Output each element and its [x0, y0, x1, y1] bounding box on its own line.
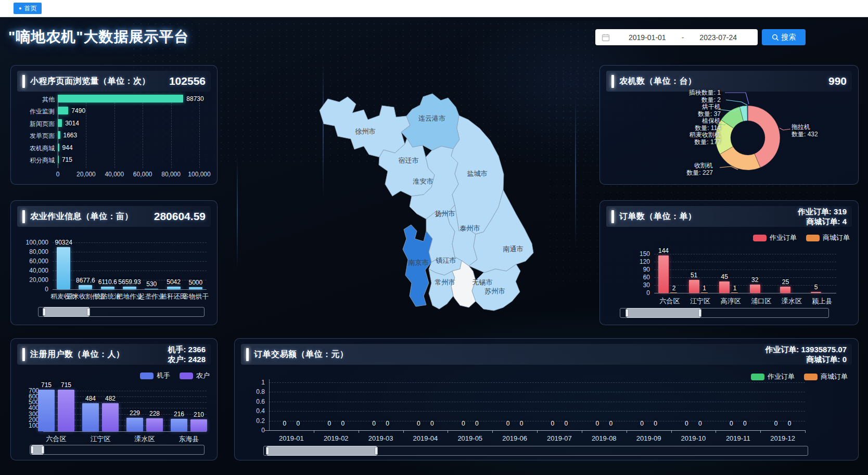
- value-label: 0: [475, 420, 479, 427]
- value-label: 944: [62, 144, 73, 151]
- bar[interactable]: [167, 287, 181, 289]
- datazoom-selection[interactable]: [627, 308, 700, 318]
- bar[interactable]: [190, 419, 207, 431]
- axis-tick-mark: [448, 430, 448, 433]
- machines-donut-chart[interactable]: 插秧数量: 1数量: 2烘干机数量: 37植保机数量: 114稻麦收割机数量: …: [600, 66, 847, 174]
- bar[interactable]: [102, 403, 119, 431]
- bar[interactable]: [58, 107, 68, 114]
- bar[interactable]: [101, 287, 114, 289]
- bar[interactable]: [689, 280, 699, 293]
- axis-tick-mark: [805, 430, 806, 433]
- bar[interactable]: [57, 247, 70, 289]
- value-label: 0: [774, 420, 778, 427]
- header-accent-bar: [22, 75, 25, 88]
- panel-trade-amount: 订单交易额（单位：元） 作业订单: 13935875.07 商城订单: 0 作业…: [234, 338, 859, 460]
- date-end-input[interactable]: 2023-07-24: [685, 33, 751, 42]
- donut-label-line: 数量: 114: [631, 125, 721, 132]
- users-bar-chart[interactable]: 100200300400500600700715715六合区484482江宁区2…: [15, 379, 212, 442]
- axis-tick-label: 40,000: [105, 171, 124, 178]
- datazoom-handle-left[interactable]: [626, 309, 629, 317]
- bar[interactable]: [58, 95, 183, 102]
- x-axis-line: [53, 289, 207, 290]
- axis-tick-label: 80,000: [161, 171, 181, 178]
- tab-home[interactable]: ●首页: [14, 3, 42, 14]
- trade-line-chart[interactable]: 00.20.40.60.81002019-01002019-02002019-0…: [239, 379, 853, 444]
- bar[interactable]: [58, 390, 74, 431]
- jiangsu-province-map[interactable]: 徐州市连云港市宿迁市淮安市盐城市扬州市泰州市南通市南京市镇江市常州市无锡市苏州市: [276, 78, 536, 317]
- bar[interactable]: [701, 292, 708, 293]
- bar[interactable]: [189, 287, 202, 290]
- label-leader-line: [726, 100, 747, 105]
- map-region-xuzhou[interactable]: [320, 97, 410, 157]
- map-region-changzhou[interactable]: [429, 269, 455, 309]
- legend-label: 作业订单: [770, 233, 797, 242]
- bar[interactable]: [780, 287, 790, 293]
- legend-item[interactable]: 商城订单: [806, 233, 850, 242]
- value-label: 5042: [167, 278, 181, 286]
- donut-label: 拖拉机数量: 432: [792, 124, 818, 138]
- header-accent-bar: [246, 348, 249, 361]
- value-label: 51: [691, 272, 697, 279]
- grid-line: [654, 277, 836, 278]
- category-label: 六合区: [46, 434, 67, 444]
- header-accent-bar: [22, 348, 25, 361]
- datazoom-handle-left[interactable]: [31, 446, 34, 454]
- bar[interactable]: [750, 285, 760, 293]
- orders-bar-chart[interactable]: 03060901201501442六合区511江宁区451高淳区32浦口区25溧…: [604, 243, 853, 309]
- header-accent-bar: [22, 210, 25, 223]
- legend-item[interactable]: 作业订单: [753, 233, 797, 242]
- datazoom-handle-left[interactable]: [43, 308, 46, 316]
- datazoom-slider[interactable]: [263, 446, 808, 456]
- bar[interactable]: [82, 403, 99, 431]
- datazoom-handle-right[interactable]: [698, 309, 701, 317]
- datazoom-selection[interactable]: [44, 307, 90, 317]
- panel-title: 农业作业信息（单位：亩）: [30, 211, 133, 222]
- farming-bar-chart[interactable]: 020,00040,00060,00080,000100,00090324稻麦收…: [15, 232, 212, 302]
- donut-label-line: 收割机: [631, 162, 713, 170]
- bar[interactable]: [38, 390, 55, 431]
- views-bar-chart[interactable]: 其他88730作业监测7490新闻页面3014发单页面1663农机商城944积分…: [16, 95, 211, 178]
- datazoom-handle-right[interactable]: [375, 447, 378, 455]
- category-label: 农机商城: [16, 144, 55, 153]
- axis-tick-label: 150: [625, 250, 650, 258]
- bar[interactable]: [58, 119, 62, 127]
- datazoom-slider[interactable]: [620, 308, 829, 318]
- bar[interactable]: [58, 156, 59, 163]
- date-start-input[interactable]: 2019-01-01: [614, 33, 681, 42]
- datazoom-handle-right[interactable]: [87, 308, 90, 316]
- bar[interactable]: [126, 418, 143, 431]
- bar[interactable]: [670, 292, 677, 293]
- bar[interactable]: [731, 292, 738, 293]
- bar[interactable]: [811, 292, 821, 293]
- datazoom-slider[interactable]: [30, 445, 205, 455]
- axis-tick-label: 0.8: [243, 388, 265, 395]
- value-label: 0: [327, 420, 331, 427]
- axis-tick-label: 0.4: [243, 407, 265, 415]
- value-label: 0: [609, 420, 612, 427]
- category-label: 颍上县: [812, 297, 833, 306]
- value-label: 0: [462, 420, 465, 427]
- bar[interactable]: [146, 418, 163, 431]
- bar[interactable]: [58, 131, 60, 139]
- bar[interactable]: [658, 255, 669, 293]
- datazoom-handle-left[interactable]: [266, 447, 269, 455]
- bar[interactable]: [719, 281, 730, 293]
- datazoom-handle-right[interactable]: [41, 446, 44, 454]
- bar[interactable]: [58, 144, 59, 151]
- panel-header: 订单数（单位：单） 作业订单: 319 商城订单: 4: [606, 206, 852, 227]
- bar[interactable]: [123, 287, 136, 289]
- value-label: 0: [743, 420, 747, 427]
- map-city-label: 徐州市: [355, 127, 376, 135]
- grid-line: [654, 285, 836, 286]
- datazoom-slider[interactable]: [38, 307, 205, 317]
- bar[interactable]: [145, 289, 158, 289]
- map-city-label: 扬州市: [435, 210, 455, 217]
- panel-header: 注册用户数（单位：人） 机手: 2366 农户: 2428: [17, 344, 211, 365]
- search-button[interactable]: 搜索: [762, 29, 806, 45]
- axis-tick-label: 60,000: [133, 171, 152, 178]
- datazoom-selection[interactable]: [267, 446, 377, 456]
- bar[interactable]: [79, 285, 92, 289]
- bar[interactable]: [171, 419, 187, 431]
- date-range-picker[interactable]: 2019-01-01 - 2023-07-24: [595, 29, 758, 45]
- donut-label-line: 拖拉机: [792, 124, 818, 131]
